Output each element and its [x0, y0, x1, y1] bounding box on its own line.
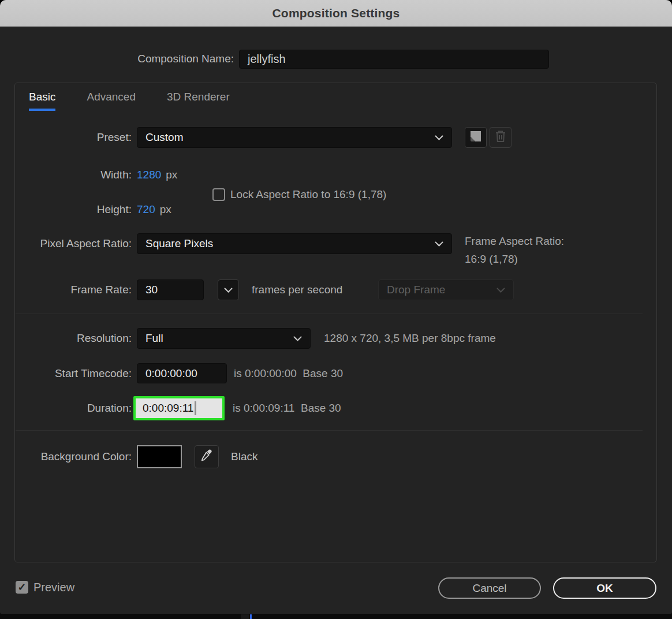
- width-label: Width:: [16, 169, 132, 181]
- tab-3d-renderer[interactable]: 3D Renderer: [167, 91, 230, 111]
- start-timecode-input[interactable]: 0:00:00:00: [137, 363, 227, 383]
- chevron-down-icon: [293, 336, 302, 341]
- dialog-titlebar[interactable]: Composition Settings: [0, 0, 672, 27]
- section-divider: [16, 430, 643, 431]
- chevron-down-icon: [435, 241, 443, 247]
- preview-checkbox[interactable]: ✓: [16, 581, 28, 594]
- height-unit: px: [160, 203, 171, 216]
- duration-highlight: 0:00:09:11: [133, 396, 225, 420]
- pixel-aspect-ratio-dropdown[interactable]: Square Pixels: [137, 233, 452, 254]
- duration-value: 0:00:09:11: [143, 402, 193, 415]
- preset-label: Preset:: [16, 131, 132, 144]
- preset-dropdown[interactable]: Custom: [137, 127, 452, 148]
- chevron-down-icon: [496, 288, 505, 293]
- ok-button-label: OK: [596, 582, 613, 595]
- frame-rate-unit: frames per second: [252, 284, 342, 296]
- height-label: Height:: [16, 203, 132, 216]
- duration-info: is 0:00:09:11 Base 30: [233, 402, 341, 415]
- frame-rate-input[interactable]: 30: [137, 279, 204, 300]
- preview-label: Preview: [33, 581, 74, 594]
- lock-aspect-checkbox[interactable]: [212, 188, 225, 201]
- chevron-down-icon: [435, 135, 443, 140]
- save-preset-button[interactable]: [465, 127, 487, 148]
- width-value[interactable]: 1280: [137, 169, 161, 181]
- section-divider: [16, 314, 643, 314]
- frame-rate-label: Frame Rate:: [16, 284, 132, 296]
- background-color-label: Background Color:: [16, 450, 132, 463]
- preset-value: Custom: [145, 131, 429, 144]
- tab-basic[interactable]: Basic: [29, 91, 55, 111]
- screen: Composition Settings Composition Name: j…: [0, 0, 672, 619]
- checkmark-icon: ✓: [17, 581, 26, 594]
- timeline-playhead-tick: [250, 614, 252, 619]
- cancel-button[interactable]: Cancel: [438, 577, 541, 599]
- start-timecode-value: 0:00:00:00: [145, 367, 197, 380]
- resolution-value: Full: [145, 332, 288, 345]
- cancel-button-label: Cancel: [472, 582, 506, 595]
- background-app-segment: [241, 614, 249, 619]
- trash-icon: [494, 129, 507, 146]
- duration-input[interactable]: 0:00:09:11: [136, 398, 222, 418]
- save-preset-icon: [469, 129, 483, 146]
- frame-rate-value: 30: [145, 284, 158, 296]
- frame-rate-dropdown-button[interactable]: [218, 279, 239, 300]
- width-unit: px: [166, 169, 177, 181]
- eyedropper-button[interactable]: [195, 445, 219, 468]
- background-app-strip: [0, 614, 672, 619]
- background-color-name: Black: [231, 450, 257, 463]
- settings-panel: [14, 83, 657, 562]
- tab-bar: Basic Advanced 3D Renderer: [29, 91, 230, 111]
- frame-aspect-ratio-label: Frame Aspect Ratio:: [465, 235, 564, 248]
- chevron-down-icon: [224, 285, 233, 295]
- start-timecode-info: is 0:00:00:00 Base 30: [234, 367, 343, 380]
- ok-button[interactable]: OK: [553, 577, 656, 599]
- resolution-label: Resolution:: [16, 332, 132, 345]
- dialog-title: Composition Settings: [272, 6, 400, 20]
- drop-frame-dropdown[interactable]: Drop Frame: [378, 279, 514, 300]
- composition-settings-dialog: Composition Settings Composition Name: j…: [0, 0, 672, 614]
- resolution-dropdown[interactable]: Full: [137, 328, 311, 349]
- composition-name-input[interactable]: jellyfish: [239, 50, 549, 69]
- start-timecode-label: Start Timecode:: [16, 367, 132, 380]
- text-caret: [195, 401, 196, 415]
- duration-label: Duration:: [16, 402, 132, 415]
- lock-aspect-label: Lock Aspect Ratio to 16:9 (1,78): [230, 188, 386, 201]
- drop-frame-value: Drop Frame: [387, 284, 491, 296]
- pixel-aspect-ratio-label: Pixel Aspect Ratio:: [16, 237, 132, 250]
- frame-aspect-ratio-value: 16:9 (1,78): [465, 253, 564, 266]
- eyedropper-icon: [200, 449, 214, 465]
- height-value[interactable]: 720: [137, 203, 155, 216]
- delete-preset-button[interactable]: [490, 127, 512, 148]
- background-color-swatch[interactable]: [137, 445, 182, 468]
- frame-aspect-ratio: Frame Aspect Ratio: 16:9 (1,78): [465, 235, 564, 266]
- pixel-aspect-ratio-value: Square Pixels: [145, 237, 429, 250]
- tab-advanced[interactable]: Advanced: [87, 91, 136, 111]
- composition-name-label: Composition Name:: [58, 53, 234, 65]
- resolution-info: 1280 x 720, 3,5 MB per 8bpc frame: [324, 332, 496, 345]
- composition-name-value: jellyfish: [248, 53, 286, 66]
